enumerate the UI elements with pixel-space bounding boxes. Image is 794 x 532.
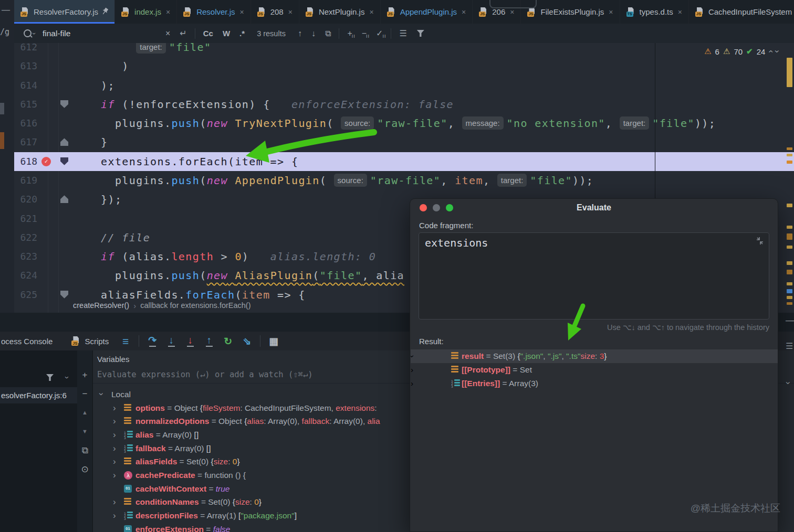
open-results-in-window-button[interactable]: ⧉ [325, 29, 331, 38]
editor-line[interactable]: 613 ) [14, 57, 794, 76]
editor-tab[interactable]: Resolver.js× [177, 0, 251, 24]
line-number[interactable]: 615 [14, 95, 37, 114]
editor-line[interactable]: 614); [14, 76, 794, 95]
expand-chevron-icon[interactable]: › [113, 414, 116, 428]
fold-marker-icon[interactable] [60, 291, 68, 299]
words-toggle[interactable]: W [223, 29, 230, 38]
line-number[interactable]: 616 [14, 114, 37, 133]
search-history-chevron-icon[interactable]: › [30, 33, 38, 35]
collapse-icon[interactable] [756, 237, 764, 244]
editor-line[interactable]: 619 plugins.push(new AppendPlugin( sourc… [14, 171, 794, 190]
step-into-button[interactable]: ↓ [166, 335, 176, 347]
frames-filter-chevron-icon[interactable]: › [64, 376, 71, 379]
select-all-occurrences-button[interactable]: ✓II [376, 28, 383, 38]
breakpoint-icon[interactable]: ✓ [41, 157, 51, 166]
panel-chevron-icon[interactable]: › [784, 381, 792, 384]
add-watch-button[interactable]: + [82, 370, 88, 379]
evaluate-expression-button[interactable]: ▦ [268, 336, 279, 346]
expand-chevron-icon[interactable]: › [113, 401, 116, 415]
editor-tab[interactable]: CachedInputFileSystem [689, 0, 794, 24]
fold-marker-icon[interactable] [60, 195, 68, 203]
line-number[interactable]: 619 [14, 171, 37, 190]
expand-chevron-icon[interactable]: › [113, 509, 116, 523]
close-tab-icon[interactable]: × [678, 8, 682, 16]
force-step-into-button[interactable]: ↓ [185, 335, 195, 347]
line-number[interactable]: 617 [14, 133, 37, 152]
layout-settings-icon[interactable]: ☰ [786, 341, 793, 351]
add-occurrence-button[interactable]: +II [347, 29, 352, 38]
editor-tab[interactable]: types.d.ts× [620, 0, 689, 24]
move-down-button[interactable]: ▼ [82, 427, 88, 436]
previous-occurrence-button[interactable]: ↑ [298, 29, 302, 38]
editor-tab[interactable]: AppendPlugin.js× [381, 0, 473, 24]
editor-line[interactable]: 618✓extensions.forEach(item => { [14, 152, 794, 171]
close-tab-icon[interactable]: × [462, 8, 466, 16]
run-to-cursor-button[interactable]: ↻ [223, 336, 233, 346]
stack-frame-item[interactable]: esolverFactory.js:6 [0, 387, 77, 403]
editor-tab[interactable]: 208× [251, 0, 299, 24]
expand-chevron-icon[interactable]: › [113, 495, 116, 509]
line-number[interactable]: 623 [14, 247, 37, 266]
line-number[interactable]: 613 [14, 57, 37, 76]
regex-toggle[interactable]: .* [239, 29, 245, 38]
line-number[interactable]: 621 [14, 209, 37, 228]
frames-filter-icon[interactable] [46, 374, 54, 381]
close-tab-icon[interactable]: × [166, 8, 170, 16]
expand-chevron-icon[interactable]: › [411, 363, 413, 377]
match-case-toggle[interactable]: Cc [203, 29, 213, 38]
fold-marker-icon[interactable] [60, 157, 68, 165]
expand-chevron-icon[interactable]: › [411, 355, 419, 357]
step-over-button[interactable]: ↷ [147, 335, 158, 347]
move-up-button[interactable]: ▲ [82, 408, 88, 417]
fold-marker-icon[interactable] [60, 138, 68, 146]
close-tab-icon[interactable]: × [240, 8, 244, 16]
line-number[interactable]: 624 [14, 266, 37, 285]
search-input[interactable]: final-file [43, 29, 161, 38]
search-filter-icon[interactable] [417, 30, 424, 37]
editor-tab[interactable]: index.js× [115, 0, 177, 24]
line-number[interactable]: 620 [14, 190, 37, 209]
filter-lines-icon[interactable]: ☰ [399, 28, 406, 38]
editor-line[interactable]: 617} [14, 133, 794, 152]
line-number[interactable]: 612 [14, 43, 37, 57]
expand-chevron-icon[interactable]: › [113, 428, 116, 442]
editor-line[interactable]: 615if (!enforceExtension) { enforceExten… [14, 95, 794, 114]
breadcrumb-item[interactable]: callback for extensions.forEach() [140, 301, 250, 310]
pin-icon[interactable] [102, 7, 108, 17]
newline-icon[interactable]: ↵ [180, 28, 186, 38]
tab-scripts[interactable]: Scripts [71, 336, 109, 346]
result-row[interactable]: ›[[Prototype]] = Set [411, 363, 778, 377]
expand-chevron-icon[interactable]: › [95, 392, 108, 396]
threads-view-icon[interactable]: ≡ [120, 336, 131, 346]
view-options-button[interactable]: ⊙ [81, 465, 88, 474]
close-tab-icon[interactable]: × [510, 8, 514, 16]
expand-chevron-icon[interactable]: › [113, 469, 116, 482]
remove-watch-button[interactable]: − [82, 389, 88, 398]
close-tab-icon[interactable]: × [609, 8, 613, 16]
expand-chevron-icon[interactable]: › [113, 442, 116, 455]
copy-value-button[interactable]: ⧉ [81, 446, 88, 455]
editor-line[interactable]: 612 target:"file" [14, 43, 794, 57]
editor-tab[interactable]: ResolverFactory.js [14, 0, 115, 24]
next-occurrence-button[interactable]: ↓ [311, 29, 316, 38]
smart-step-into-button[interactable]: ⇘ [242, 336, 252, 346]
line-number[interactable]: 622 [14, 228, 37, 247]
step-out-button[interactable]: ↑ [204, 335, 214, 347]
expand-chevron-icon[interactable]: › [113, 455, 116, 469]
remove-occurrence-button[interactable]: −II [362, 29, 367, 38]
hide-panel-icon[interactable]: — [786, 316, 794, 325]
line-number[interactable]: 618 [14, 152, 37, 171]
code-fragment-input[interactable]: extensions [419, 232, 769, 320]
result-row[interactable]: ›123[[Entries]] = Array(3) [411, 377, 778, 390]
clear-search-icon[interactable]: × [165, 29, 170, 38]
editor-tab[interactable]: NextPlugin.js× [299, 0, 381, 24]
editor-line[interactable]: 616 plugins.push(new TryNextPlugin( sour… [14, 114, 794, 133]
inspections-widget[interactable]: ⚠6⚠70✔24›› [704, 47, 778, 56]
fold-marker-icon[interactable] [60, 100, 68, 108]
tab-process-console[interactable]: ocess Console [1, 337, 53, 346]
line-number[interactable]: 614 [14, 76, 37, 95]
result-row[interactable]: ›result = Set(3) {".json", ".js", ".ts"s… [411, 349, 778, 363]
breadcrumb-item[interactable]: createResolver() [73, 301, 129, 310]
close-tab-icon[interactable]: × [288, 8, 292, 16]
close-tab-icon[interactable]: × [369, 8, 373, 16]
